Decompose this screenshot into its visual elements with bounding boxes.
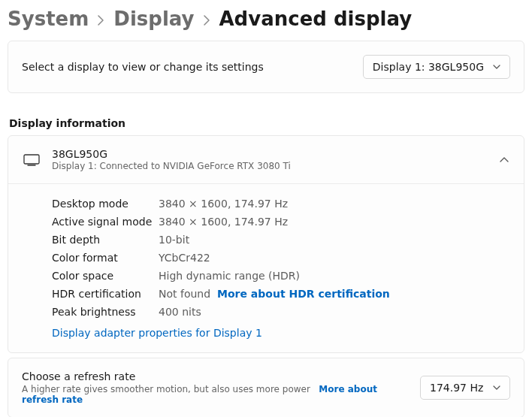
- display-info-card: 38GL950G Display 1: Connected to NVIDIA …: [8, 135, 524, 353]
- display-info-subtitle: Display 1: Connected to NVIDIA GeForce R…: [52, 161, 488, 171]
- refresh-rate-card: Choose a refresh rate A higher rate give…: [8, 358, 524, 417]
- breadcrumb: System Display Advanced display: [8, 0, 524, 41]
- chevron-right-icon: [204, 13, 210, 29]
- breadcrumb-system[interactable]: System: [8, 8, 89, 30]
- chevron-down-icon: [493, 65, 500, 69]
- chevron-up-icon: [500, 157, 509, 163]
- prop-row: Active signal mode 3840 × 1600, 174.97 H…: [52, 213, 509, 231]
- monitor-icon: [23, 154, 40, 166]
- display-info-title: 38GL950G: [52, 148, 488, 160]
- prop-value: 10-bit: [159, 234, 189, 246]
- svg-rect-0: [24, 155, 39, 164]
- refresh-rate-subtitle: A higher rate gives smoother motion, but…: [22, 384, 408, 405]
- display-select-dropdown[interactable]: Display 1: 38GL950G: [363, 55, 510, 79]
- prop-label: Desktop mode: [52, 198, 159, 210]
- display-info-expander-header[interactable]: 38GL950G Display 1: Connected to NVIDIA …: [8, 136, 524, 184]
- display-properties: Desktop mode 3840 × 1600, 174.97 Hz Acti…: [8, 184, 524, 352]
- prop-label: Bit depth: [52, 234, 159, 246]
- display-select-value: Display 1: 38GL950G: [373, 61, 484, 73]
- prop-row: Desktop mode 3840 × 1600, 174.97 Hz: [52, 195, 509, 213]
- prop-value: High dynamic range (HDR): [159, 270, 300, 282]
- display-select-label: Select a display to view or change its s…: [22, 61, 264, 73]
- refresh-rate-value: 174.97 Hz: [430, 382, 483, 394]
- section-heading-display-info: Display information: [9, 117, 524, 129]
- prop-value: Not found More about HDR certification: [159, 288, 390, 300]
- prop-label: Active signal mode: [52, 216, 159, 228]
- hdr-cert-link[interactable]: More about HDR certification: [217, 288, 390, 300]
- prop-row: Bit depth 10-bit: [52, 231, 509, 249]
- display-select-card: Select a display to view or change its s…: [8, 41, 524, 93]
- prop-value: 400 nits: [159, 306, 201, 318]
- prop-row: Color space High dynamic range (HDR): [52, 267, 509, 285]
- prop-row: Color format YCbCr422: [52, 249, 509, 267]
- chevron-right-icon: [98, 13, 104, 29]
- prop-label: Color space: [52, 270, 159, 282]
- prop-label: Peak brightness: [52, 306, 159, 318]
- chevron-down-icon: [493, 385, 500, 390]
- prop-label: Color format: [52, 252, 159, 264]
- refresh-rate-dropdown[interactable]: 174.97 Hz: [420, 376, 510, 400]
- breadcrumb-current: Advanced display: [219, 8, 413, 30]
- prop-row: Peak brightness 400 nits: [52, 303, 509, 321]
- prop-row: HDR certification Not found More about H…: [52, 285, 509, 303]
- adapter-properties-link[interactable]: Display adapter properties for Display 1: [52, 327, 262, 339]
- refresh-rate-title: Choose a refresh rate: [22, 370, 408, 382]
- prop-value: YCbCr422: [159, 252, 210, 264]
- breadcrumb-display[interactable]: Display: [113, 8, 194, 30]
- prop-value: 3840 × 1600, 174.97 Hz: [159, 216, 288, 228]
- prop-label: HDR certification: [52, 288, 159, 300]
- prop-value: 3840 × 1600, 174.97 Hz: [159, 198, 288, 210]
